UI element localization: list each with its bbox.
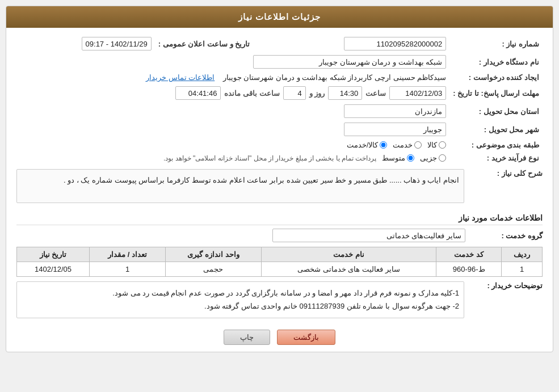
page-title: جزئیات اطلاعات نیاز	[238, 12, 321, 22]
radio-kala[interactable]: کالا	[427, 141, 446, 149]
cell-vahed: حجمی	[166, 262, 262, 277]
col-nam: نام خدمت	[261, 247, 436, 262]
baghimande-label: ساعت باقی مانده	[224, 89, 279, 98]
tarikh-value: 1402/11/29 - 09:17	[82, 37, 152, 50]
tosih-line: 2- جهت هرگونه سوال با شماره تلفن 0911128…	[22, 300, 459, 313]
cell-tedad: 1	[90, 262, 166, 277]
btn-row: بازگشت چاپ	[16, 330, 543, 345]
ostan-label: استان محل تحویل :	[449, 102, 543, 120]
khedmat-label: خدمت	[393, 141, 413, 149]
col-vahed: واحد اندازه گیری	[166, 247, 262, 262]
mohlat-label: مهلت ارسال پاسخ: تا تاریخ :	[449, 84, 543, 102]
khadamat-section-title: اطلاعات خدمات مورد نیاز	[16, 213, 543, 225]
cell-nam: سایر فعالیت های خدماتی شخصی	[261, 262, 436, 277]
back-button[interactable]: بازگشت	[277, 330, 335, 345]
radio-kala-khedmat[interactable]: کالا/خدمت	[347, 141, 388, 149]
grohe-khedmat-label: گروه خدمت :	[469, 231, 543, 240]
sharh-koli-label: شرح کلی نیاز :	[469, 169, 543, 178]
kala-khedmat-label: کالا/خدمت	[347, 141, 379, 149]
radio-khedmat[interactable]: خدمت	[393, 141, 422, 149]
col-tedad: تعداد / مقدار	[90, 247, 166, 262]
cell-radif: 1	[502, 262, 543, 277]
table-row: 1 ط-96-960 سایر فعالیت های خدماتی شخصی ح…	[17, 262, 543, 277]
farayand-desc: پرداخت تمام یا بخشی از مبلغ خریدار از مح…	[163, 154, 376, 162]
shahr-label: شهر محل تحویل :	[449, 120, 543, 138]
tosih-label: توضیحات خریدار :	[469, 281, 543, 290]
saat-label: ساعت	[365, 89, 386, 98]
nam-dastgah-label: نام دستگاه خریدار :	[449, 53, 543, 71]
baghimande-value: 04:41:46	[175, 86, 221, 100]
shomare-niaz-value: 1102095282000002	[344, 37, 446, 50]
ijad-konande-value: سیدکاظم حسینی ارچی کاربرداز شبکه بهداشت …	[223, 73, 447, 82]
tabaghebandi-label: طبقه بندی موضوعی :	[449, 138, 543, 151]
mohlat-date: 1402/12/03	[389, 86, 446, 100]
page-header: جزئیات اطلاعات نیاز	[6, 6, 553, 28]
motavasset-label: متوسط	[382, 154, 405, 162]
cell-tarikh: 1402/12/05	[17, 262, 90, 277]
col-radif: ردیف	[502, 247, 543, 262]
ostan-value: مازندران	[344, 104, 446, 118]
kala-label: کالا	[427, 141, 437, 149]
ittela-link[interactable]: اطلاعات تماس خریدار	[146, 73, 215, 82]
services-table: ردیف کد خدمت نام خدمت واحد اندازه گیری ت…	[16, 247, 543, 277]
sharh-koli-text: انجام ایاب و ذهاب ...... طبق مسیر و خط س…	[64, 176, 459, 184]
nam-dastgah-value: شبکه بهداشت و درمان شهرستان جویبار	[253, 55, 446, 69]
col-tarikh: تاریخ نیاز	[17, 247, 90, 262]
roz-label: روز و	[309, 89, 325, 98]
jozii-label: جزیی	[420, 154, 437, 162]
cell-kod: ط-96-960	[436, 262, 502, 277]
tarikh-label: تاریخ و ساعت اعلان عمومی :	[155, 35, 253, 53]
mohlat-saat: 14:30	[328, 86, 362, 100]
roz-value: 4	[283, 86, 306, 100]
grohe-khedmat-value: سایر فعالیت‌های خدماتی	[272, 229, 465, 242]
ijad-konande-label: ایجاد کننده درخواست :	[449, 71, 543, 84]
noe-farayand-label: نوع فرآیند خرید :	[449, 151, 543, 165]
tosih-block: 1-کلیه مدارک و نمونه فرم قرار داد مهر و …	[16, 281, 464, 318]
col-kod: کد خدمت	[436, 247, 502, 262]
radio-jozii[interactable]: جزیی	[420, 154, 446, 162]
print-button[interactable]: چاپ	[224, 330, 270, 345]
shomare-niaz-label: شماره نیاز :	[449, 35, 543, 53]
sharh-koli-block: انجام ایاب و ذهاب ...... طبق مسیر و خط س…	[16, 169, 464, 203]
shahr-value: جویبار	[344, 123, 446, 136]
radio-motavasset[interactable]: متوسط	[382, 154, 414, 162]
tosih-line: 1-کلیه مدارک و نمونه فرم قرار داد مهر و …	[22, 286, 459, 300]
